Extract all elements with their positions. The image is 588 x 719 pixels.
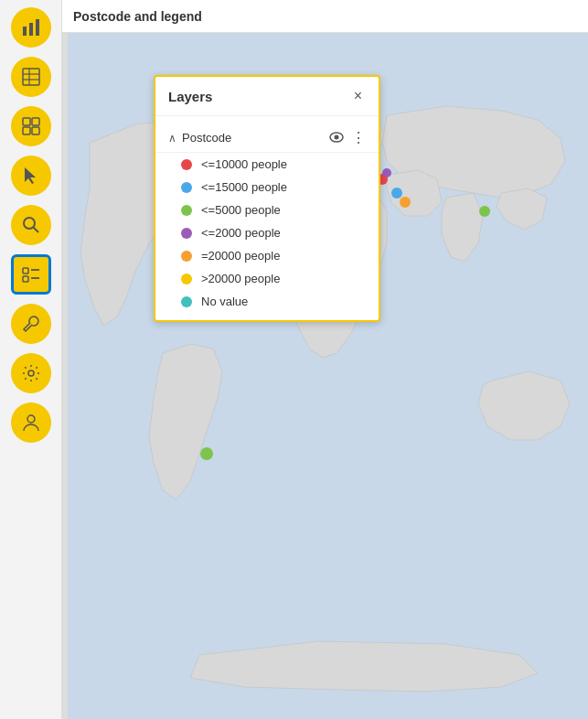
svg-point-24 [400,197,411,208]
scroll-divider [62,33,68,719]
svg-line-13 [33,228,38,233]
svg-rect-9 [23,127,30,134]
svg-point-27 [479,206,490,217]
matrix-sidebar-icon[interactable] [11,106,51,146]
legend-item-7: No value [155,290,379,313]
eye-icon[interactable] [329,131,344,145]
legend-dot-3 [181,205,192,216]
legend-dot-2 [181,182,192,193]
svg-rect-7 [23,118,30,125]
svg-point-29 [335,134,339,139]
map-area: Layers × ∧ Postcode ⋮ [62,33,588,719]
cursor-sidebar-icon[interactable] [11,156,51,196]
legend-dot-6 [181,274,192,284]
legend-label-6: >20000 people [201,272,280,285]
legend-label-4: <=2000 people [201,226,281,240]
svg-point-18 [28,370,34,376]
search-sidebar-icon[interactable] [11,205,51,245]
postcode-chevron-icon: ∧ [168,132,176,145]
legend-item-6: >20000 people [155,267,379,290]
svg-rect-0 [23,27,27,36]
svg-point-12 [24,218,35,229]
cursor-icon [21,166,41,186]
legend-item-3: <=5000 people [155,199,379,221]
layers-close-button[interactable]: × [350,86,366,106]
layers-sidebar-icon[interactable] [11,254,51,295]
bar-chart-icon [21,17,41,38]
svg-point-25 [382,168,391,177]
svg-rect-16 [23,276,28,282]
svg-rect-14 [23,268,28,274]
legend-label-7: No value [201,295,248,308]
svg-rect-1 [29,23,33,36]
wrench-icon [21,314,41,334]
page-title: Postcode and legend [73,9,202,24]
legend-item-4: <=2000 people [155,221,379,244]
postcode-label: Postcode [182,131,329,145]
legend-dot-1 [181,159,192,170]
legend-item-1: <=10000 people [155,153,379,176]
legend-dot-7 [181,296,192,307]
svg-point-26 [200,447,213,460]
person-sidebar-icon[interactable] [11,402,51,443]
layers-panel-body: ∧ Postcode ⋮ <=10000 people [155,116,379,320]
layers-panel-title: Layers [168,89,212,104]
layers-panel-header: Layers × [155,77,379,116]
wrench-sidebar-icon[interactable] [11,304,51,344]
layers-list-icon [21,264,41,284]
svg-rect-2 [36,19,39,36]
legend-label-3: <=5000 people [201,203,281,217]
svg-rect-3 [23,69,39,85]
legend-label-1: <=10000 people [201,157,287,171]
svg-rect-8 [32,118,39,125]
legend-dot-5 [181,251,192,262]
legend-label-2: <=15000 people [201,180,287,194]
bar-chart-sidebar-icon[interactable] [11,7,51,48]
main-content: Postcode and legend [62,0,588,719]
svg-point-22 [391,188,402,199]
settings-sidebar-icon[interactable] [11,353,51,393]
gear-icon [21,363,41,383]
svg-marker-11 [25,167,36,184]
svg-rect-10 [32,127,39,134]
person-icon [21,413,41,433]
more-options-icon[interactable]: ⋮ [351,129,366,146]
title-bar: Postcode and legend [62,0,588,33]
table-sidebar-icon[interactable] [11,57,51,97]
legend-label-5: =20000 people [201,249,280,263]
layers-panel: Layers × ∧ Postcode ⋮ [154,75,380,322]
postcode-row: ∧ Postcode ⋮ [155,123,379,153]
legend-item-5: =20000 people [155,244,379,267]
legend-dot-4 [181,228,192,239]
svg-point-19 [27,415,35,423]
search-icon [21,215,41,235]
matrix-icon [21,116,41,136]
legend-item-2: <=15000 people [155,176,379,199]
table-icon [21,67,41,87]
sidebar [0,0,62,719]
